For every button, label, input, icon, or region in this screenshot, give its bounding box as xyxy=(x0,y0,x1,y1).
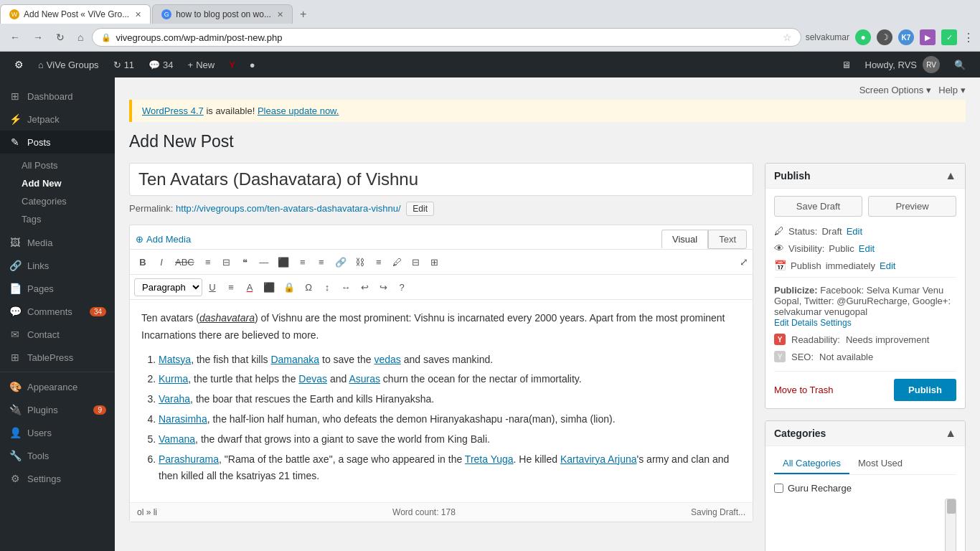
browser-tab-2[interactable]: G how to blog post on wo... ✕ xyxy=(152,4,293,24)
toolbar-redo-button[interactable]: ↪ xyxy=(374,278,392,296)
toolbar-more-button[interactable]: ≡ xyxy=(370,253,387,271)
edit-details-link[interactable]: Edit Details xyxy=(774,318,818,328)
toolbar-paste-button[interactable]: ⬛ xyxy=(260,278,278,296)
tab-close-1[interactable]: ✕ xyxy=(135,10,141,19)
matsya-link[interactable]: Matsya xyxy=(159,354,191,365)
move-to-trash-link[interactable]: Move to Trash xyxy=(774,385,833,395)
sidebar-item-jetpack[interactable]: ⚡ Jetpack xyxy=(0,108,115,131)
vedas-link[interactable]: vedas xyxy=(374,354,400,365)
toolbar-align-right-button[interactable]: ≡ xyxy=(313,253,330,271)
toolbar-align-center-button[interactable]: ≡ xyxy=(294,253,311,271)
tab-text[interactable]: Text xyxy=(708,230,747,249)
toolbar-clear-button[interactable]: 🔒 xyxy=(280,278,298,296)
visibility-edit-link[interactable]: Edit xyxy=(859,243,875,254)
devas-link[interactable]: Devas xyxy=(298,373,327,385)
record-icon[interactable]: ● xyxy=(242,52,263,77)
update-action-link[interactable]: Please update now. xyxy=(258,105,339,116)
publish-time-edit-link[interactable]: Edit xyxy=(880,260,895,271)
sidebar-item-links[interactable]: 🔗 Links xyxy=(0,254,115,277)
toolbar-align-left-button[interactable]: ⬛ xyxy=(274,253,293,271)
help-button[interactable]: Help ▾ xyxy=(938,85,966,95)
sidebar-item-pages[interactable]: 📄 Pages xyxy=(0,277,115,300)
toolbar-fullscreen-button[interactable]: ⊟ xyxy=(407,253,425,271)
toolbar-link-button[interactable]: 🔗 xyxy=(331,253,350,271)
toolbar-strikethrough-button[interactable]: ABC xyxy=(171,253,198,271)
narasimha-link[interactable]: Narasimha xyxy=(159,413,207,425)
toolbar-bold-button[interactable]: B xyxy=(134,253,151,271)
toolbar-outdent-button[interactable]: ↔ xyxy=(337,278,354,296)
toolbar-indent-button[interactable]: ↕ xyxy=(319,278,336,296)
reload-button[interactable]: ↻ xyxy=(52,29,69,45)
back-button[interactable]: ← xyxy=(6,29,24,45)
site-name-item[interactable]: ⌂ ViVe Groups xyxy=(31,52,106,77)
permalink-url[interactable]: http://vivegroups.com/ten-avatars-dashav… xyxy=(176,203,401,214)
parashurama-link[interactable]: Parashurama xyxy=(159,453,219,465)
tab-close-2[interactable]: ✕ xyxy=(277,10,283,19)
comments-item[interactable]: 💬 34 xyxy=(141,52,180,77)
toolbar-help-button[interactable]: ? xyxy=(393,278,410,296)
post-title-input[interactable] xyxy=(129,163,753,196)
damanaka-link[interactable]: Damanaka xyxy=(270,354,319,365)
kurma-link[interactable]: Kurma xyxy=(159,373,188,385)
toolbar-hr-button[interactable]: — xyxy=(255,253,273,271)
moon-icon[interactable]: ☽ xyxy=(877,29,892,45)
browser-tab-1[interactable]: W Add New Post « ViVe Gro... ✕ xyxy=(0,4,151,24)
cat-tab-all[interactable]: All Categories xyxy=(774,453,849,474)
home-button[interactable]: ⌂ xyxy=(73,29,88,45)
cat-tab-most-used[interactable]: Most Used xyxy=(849,453,911,474)
toolbar-special-chars-button[interactable]: Ω xyxy=(300,278,317,296)
sidebar-item-contact[interactable]: ✉ Contact xyxy=(0,323,115,346)
screen-options-button[interactable]: Screen Options ▾ xyxy=(859,85,932,95)
search-toggle[interactable]: 🔍 xyxy=(947,60,973,70)
wp-logo-item[interactable]: ⚙ xyxy=(7,52,31,77)
kartavirya-link[interactable]: Kartavirya Arjuna xyxy=(560,453,637,465)
toolbar-ol-button[interactable]: ⊟ xyxy=(218,253,235,271)
preview-button[interactable]: Preview xyxy=(868,196,956,217)
browser-menu-icon[interactable]: ⋮ xyxy=(963,31,974,44)
toolbar-quote-button[interactable]: ❝ xyxy=(237,253,254,271)
tab-visual[interactable]: Visual xyxy=(661,230,708,249)
permalink-edit-button[interactable]: Edit xyxy=(406,202,434,216)
editor-content[interactable]: Ten avatars (dashavatara) of Vishnu are … xyxy=(130,300,753,502)
sidebar-item-media[interactable]: 🖼 Media xyxy=(0,231,115,254)
publish-box-toggle[interactable]: ▲ xyxy=(945,169,956,182)
updates-item[interactable]: ↻ 11 xyxy=(106,52,141,77)
update-version-link[interactable]: WordPress 4.7 xyxy=(142,105,204,116)
sidebar-item-dashboard[interactable]: ⊞ Dashboard xyxy=(0,85,115,108)
toolbar-italic-button[interactable]: I xyxy=(153,253,170,271)
bookmark-icon[interactable]: ☆ xyxy=(783,32,792,43)
sidebar-item-users[interactable]: 👤 Users xyxy=(0,421,115,444)
ext-check-icon[interactable]: ✓ xyxy=(941,29,957,45)
toolbar-kitchen-sink-button[interactable]: ⊞ xyxy=(426,253,443,271)
toolbar-toggle-icon[interactable]: 🖥 xyxy=(834,60,858,70)
new-item[interactable]: + New xyxy=(181,52,222,77)
asuras-link[interactable]: Asuras xyxy=(349,373,380,385)
sidebar-item-tablepress[interactable]: ⊞ TablePress xyxy=(0,346,115,369)
address-bar[interactable]: 🔒 vivegroups.com/wp-admin/post-new.php ☆ xyxy=(92,28,801,47)
toolbar-underline-button[interactable]: U xyxy=(204,278,221,296)
ext-blue-icon[interactable]: ▶ xyxy=(920,29,936,45)
toolbar-undo-button[interactable]: ↩ xyxy=(356,278,373,296)
toolbar-text-color-button[interactable]: A xyxy=(241,278,258,296)
sidebar-sub-add-new[interactable]: Add New xyxy=(22,174,115,192)
toolbar-unlink-button[interactable]: ⛓ xyxy=(352,253,369,271)
ext-k-icon[interactable]: K7 xyxy=(898,29,914,45)
sidebar-item-appearance[interactable]: 🎨 Appearance xyxy=(0,375,115,398)
toolbar-spellcheck-button[interactable]: 🖊 xyxy=(389,253,406,271)
sidebar-sub-categories[interactable]: Categories xyxy=(22,192,115,210)
save-draft-button[interactable]: Save Draft xyxy=(774,196,862,217)
new-tab-button[interactable]: + xyxy=(294,8,312,21)
yoast-icon[interactable]: Y xyxy=(222,52,242,77)
publish-button[interactable]: Publish xyxy=(894,379,956,401)
forward-button[interactable]: → xyxy=(29,29,47,45)
category-checkbox-guru[interactable] xyxy=(774,484,783,493)
sidebar-item-plugins[interactable]: 🔌 Plugins 9 xyxy=(0,398,115,421)
status-edit-link[interactable]: Edit xyxy=(847,226,862,237)
sidebar-sub-tags[interactable]: Tags xyxy=(22,210,115,228)
sidebar-item-settings[interactable]: ⚙ Settings xyxy=(0,467,115,490)
varaha-link[interactable]: Varaha xyxy=(159,393,190,405)
sidebar-sub-all-posts[interactable]: All Posts xyxy=(22,156,115,174)
add-media-button[interactable]: ⊕ Add Media xyxy=(136,231,191,248)
sidebar-item-comments[interactable]: 💬 Comments 34 xyxy=(0,300,115,323)
toolbar-justify-button[interactable]: ≡ xyxy=(222,278,240,296)
